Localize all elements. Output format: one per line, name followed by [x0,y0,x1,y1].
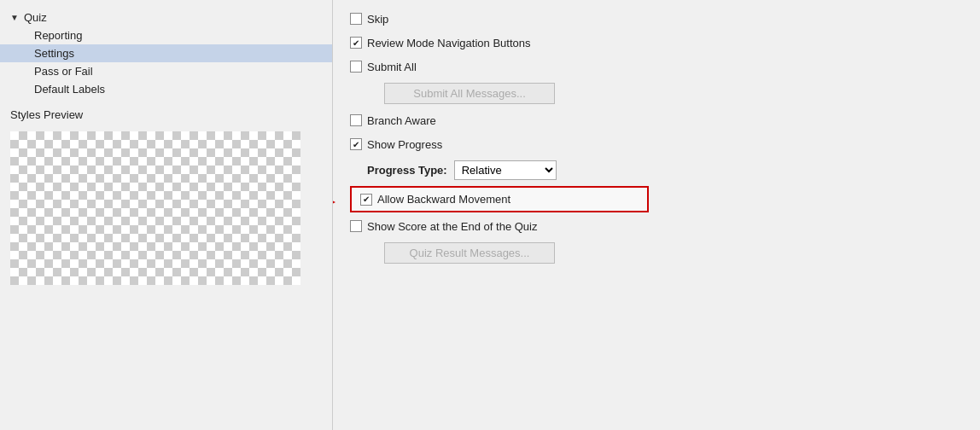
show-score-row: Show Score at the End of the Quiz [350,214,963,238]
submit-all-messages-button[interactable]: Submit All Messages... [384,83,555,104]
review-mode-row: Review Mode Navigation Buttons [350,31,963,55]
allow-backward-container: Allow Backward Movement [350,184,963,214]
allow-backward-label: Allow Backward Movement [377,193,510,206]
main-layout: ▼ Quiz Reporting Settings Pass or Fail D… [0,0,980,430]
submit-all-messages-row: Submit All Messages... [350,78,963,108]
sidebar-item-pass-or-fail[interactable]: Pass or Fail [0,62,332,80]
branch-aware-checkbox-wrap[interactable]: Branch Aware [350,114,436,127]
styles-preview-label: Styles Preview [0,98,332,126]
sidebar-item-settings[interactable]: Settings [0,44,332,62]
settings-content: Skip Review Mode Navigation Buttons Subm… [333,0,980,430]
skip-checkbox[interactable] [350,13,362,25]
show-score-checkbox-wrap[interactable]: Show Score at the End of the Quiz [350,220,537,233]
sidebar-item-quiz[interactable]: ▼ Quiz [0,9,332,26]
progress-type-select[interactable]: Relative Absolute [455,161,556,179]
branch-aware-row: Branch Aware [350,108,963,132]
quiz-result-messages-button[interactable]: Quiz Result Messages... [384,242,555,264]
branch-aware-checkbox[interactable] [350,114,362,126]
review-mode-checkbox[interactable] [350,37,362,49]
show-progress-checkbox[interactable] [350,138,362,150]
submit-all-row: Submit All [350,55,963,78]
show-progress-checkbox-wrap[interactable]: Show Progress [350,138,442,151]
skip-checkbox-wrap[interactable]: Skip [350,13,388,26]
show-progress-label: Show Progress [367,138,442,151]
skip-row: Skip [350,7,963,31]
quiz-result-messages-row: Quiz Result Messages... [350,238,963,268]
sidebar-item-reporting[interactable]: Reporting [0,26,332,44]
show-progress-row: Show Progress [350,132,963,156]
progress-type-label: Progress Type: [367,164,447,177]
submit-all-checkbox-wrap[interactable]: Submit All [350,61,417,73]
review-mode-checkbox-wrap[interactable]: Review Mode Navigation Buttons [350,37,531,49]
submit-all-checkbox[interactable] [350,61,362,73]
branch-aware-label: Branch Aware [367,114,436,127]
submit-all-label: Submit All [367,61,417,73]
allow-backward-checkbox[interactable] [360,194,372,206]
tree-arrow-icon: ▼ [10,13,19,22]
review-mode-label: Review Mode Navigation Buttons [367,37,531,49]
sidebar: ▼ Quiz Reporting Settings Pass or Fail D… [0,0,333,430]
show-score-checkbox[interactable] [350,220,362,232]
show-score-label: Show Score at the End of the Quiz [367,220,537,233]
progress-type-row: Progress Type: Relative Absolute [350,156,963,184]
skip-label: Skip [367,13,388,26]
red-arrow-icon [333,184,341,215]
sidebar-item-default-labels[interactable]: Default Labels [0,80,332,98]
progress-type-select-wrap[interactable]: Relative Absolute [454,160,557,180]
allow-backward-checkbox-wrap[interactable]: Allow Backward Movement [360,193,510,206]
styles-preview-canvas [10,131,300,285]
allow-backward-row: Allow Backward Movement [350,186,649,212]
